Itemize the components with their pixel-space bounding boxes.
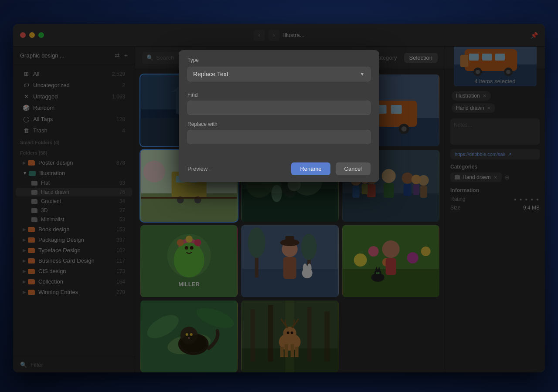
modal-dropdown-value: Replace Text <box>193 71 228 78</box>
preview-label: Preview : <box>187 166 286 172</box>
modal-header: Type Replace Text ▼ <box>179 50 379 85</box>
app-window: ‹ › Illustra... 📌 Graphic design ... ⇄ + <box>13 24 545 372</box>
modal-overlay[interactable]: Type Replace Text ▼ Find Replace with <box>13 24 545 372</box>
replace-input[interactable] <box>187 130 371 144</box>
desktop: ‹ › Illustra... 📌 Graphic design ... ⇄ + <box>0 0 558 392</box>
modal-type-label: Type <box>187 57 371 63</box>
find-field: Find <box>187 92 371 115</box>
replace-label: Replace with <box>187 121 371 127</box>
chevron-down-icon: ▼ <box>360 71 365 77</box>
modal-footer: Preview : Rename Cancel <box>179 157 379 182</box>
replace-field: Replace with <box>187 121 371 144</box>
find-label: Find <box>187 92 371 98</box>
find-input[interactable] <box>187 101 371 115</box>
modal-dialog: Type Replace Text ▼ Find Replace with <box>179 50 379 182</box>
modal-type-dropdown[interactable]: Replace Text ▼ <box>187 67 371 81</box>
rename-button[interactable]: Rename <box>291 162 330 175</box>
cancel-button[interactable]: Cancel <box>336 162 371 175</box>
modal-body: Find Replace with <box>179 85 379 157</box>
